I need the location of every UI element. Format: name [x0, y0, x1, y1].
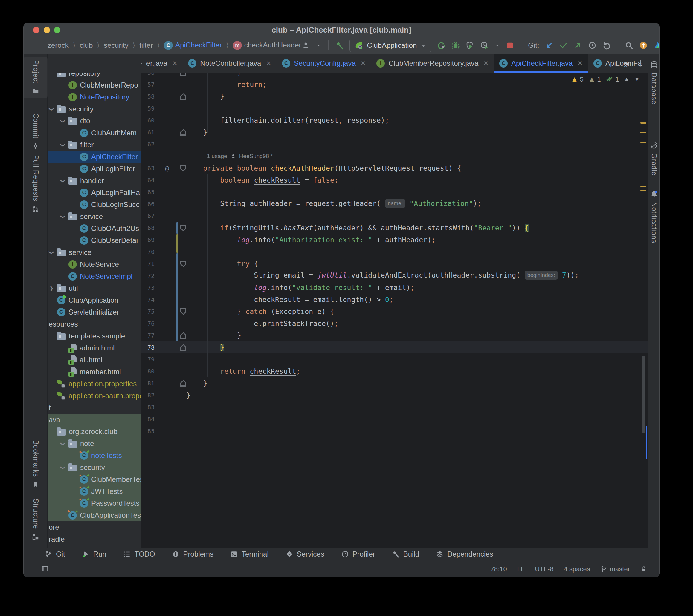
code-line-70[interactable]: 70@	[141, 246, 648, 258]
tree-chevron-icon[interactable]: ❯	[60, 119, 66, 123]
sidebar-item-pull-requests[interactable]: Pull Requests	[24, 155, 47, 213]
tree-item-util[interactable]: ❯util	[47, 282, 141, 294]
tree-item-noterepository[interactable]: INoteRepository	[47, 91, 141, 103]
fold-marker-icon[interactable]	[180, 308, 186, 315]
code-line-64[interactable]: 64@ boolean checkResult = false;	[141, 174, 648, 186]
line-number[interactable]: 62	[141, 141, 155, 148]
bottom-bar-item-run[interactable]: Run	[82, 550, 106, 558]
line-number[interactable]: 68	[141, 224, 155, 231]
code-line-63[interactable]: 63@ private boolean checkAuthHeader(Http…	[141, 162, 648, 174]
bottom-bar-item-dependencies[interactable]: Dependencies	[436, 550, 493, 558]
tree-item-application-properties[interactable]: application.properties	[47, 378, 141, 390]
tree-item-dto[interactable]: ❯dto	[47, 115, 141, 127]
line-number[interactable]: 78	[141, 344, 155, 351]
tab-clubmemberrepository-java[interactable]: IClubMemberRepository.java✕	[371, 54, 494, 73]
git-branch-widget[interactable]: master	[600, 565, 630, 573]
tree-item-filter[interactable]: ❯filter	[47, 139, 141, 151]
bottom-bar-item-problems[interactable]: Problems	[172, 550, 214, 558]
sidebar-item-database[interactable]: Database	[648, 61, 659, 104]
fold-marker-icon[interactable]	[180, 380, 186, 387]
bottom-bar-item-todo[interactable]: TODO	[123, 550, 155, 558]
bottom-bar-item-build[interactable]: Build	[392, 550, 419, 558]
tree-item-noteservice[interactable]: INoteService	[47, 259, 141, 270]
git-push-icon[interactable]	[573, 41, 582, 50]
line-number[interactable]: 85	[141, 428, 155, 435]
tree-item-radle[interactable]: radle	[47, 533, 141, 545]
bottom-bar-item-git[interactable]: Git	[44, 550, 65, 558]
tree-item-notetests[interactable]: CnoteTests	[47, 450, 141, 461]
tab-securityconfig-java[interactable]: CSecurityConfig.java✕	[277, 54, 371, 73]
tree-chevron-icon[interactable]: ❯	[60, 179, 66, 183]
line-number[interactable]: 60	[141, 117, 155, 124]
tree-item-noteserviceimpl[interactable]: CNoteServiceImpl	[47, 270, 141, 282]
fold-marker-icon[interactable]	[180, 261, 186, 267]
tree-item-apiloginfailha[interactable]: CApiLoginFailHa	[47, 187, 141, 199]
fold-marker-icon[interactable]	[180, 344, 186, 351]
tab-notecontroller-java[interactable]: CNoteController.java✕	[183, 54, 277, 73]
sidebar-item-project[interactable]: Project	[24, 57, 47, 98]
tab-close-icon[interactable]: ✕	[360, 60, 366, 67]
run-button[interactable]	[437, 41, 446, 50]
line-number[interactable]: 83	[141, 404, 155, 411]
indent-setting[interactable]: 4 spaces	[564, 565, 590, 573]
tab-er-java[interactable]: er.java✕	[141, 54, 183, 73]
tree-item-apiloginfilter[interactable]: CApiLoginFilter	[47, 163, 141, 175]
tab-options-icon[interactable]	[636, 59, 645, 68]
tree-chevron-icon[interactable]: ❯	[60, 466, 66, 470]
breadcrumb-item[interactable]: zerock	[47, 41, 69, 49]
tree-chevron-icon[interactable]: ❯	[60, 442, 66, 446]
line-number[interactable]: 66	[141, 201, 155, 208]
user-profile-icon[interactable]	[301, 41, 310, 50]
line-number[interactable]: 69	[141, 236, 155, 244]
fold-marker-icon[interactable]	[180, 225, 186, 231]
tree-item-clubapplication[interactable]: CClubApplication	[47, 294, 141, 306]
tree-item-passwordtests[interactable]: CPasswordTests	[47, 497, 141, 509]
sidebar-item-notifications[interactable]: Notifications	[648, 190, 659, 243]
tree-item-clubapplicationtests[interactable]: CClubApplicationTests	[47, 509, 141, 521]
breadcrumb-item[interactable]: mcheckAuthHeader	[233, 41, 301, 50]
code-line-77[interactable]: 77@ }	[141, 329, 648, 342]
line-number[interactable]: 58	[141, 93, 155, 100]
line-number[interactable]: 81	[141, 380, 155, 387]
profiler-caret-icon[interactable]	[494, 42, 500, 48]
tree-item-cluboauth2us[interactable]: CClubOAuth2Us	[47, 223, 141, 234]
line-number[interactable]: 70	[141, 248, 155, 255]
line-number[interactable]: 65	[141, 188, 155, 196]
line-number[interactable]: 57	[141, 81, 155, 88]
tree-item-apicheckfilter[interactable]: CApiCheckFilter	[47, 151, 141, 163]
debug-button[interactable]	[451, 41, 460, 50]
tree-item-clubmemberrepo[interactable]: IClubMemberRepo	[47, 79, 141, 91]
git-commit-icon[interactable]	[559, 41, 568, 50]
tree-chevron-icon[interactable]: ❯	[48, 250, 55, 254]
line-number[interactable]: 79	[141, 356, 155, 363]
code-line-68[interactable]: 68@ if(StringUtils.hasText(authHeader) &…	[141, 222, 648, 234]
line-number[interactable]: 84	[141, 415, 155, 423]
prev-problem-icon[interactable]: ▲	[623, 76, 629, 82]
tree-chevron-icon[interactable]: ❯	[60, 214, 66, 219]
tab-close-icon[interactable]: ✕	[266, 60, 271, 67]
tree-item-templates-sample[interactable]: templates.sample	[47, 330, 141, 342]
fold-marker-icon[interactable]	[180, 332, 186, 339]
ide-update-icon[interactable]	[639, 41, 648, 50]
code-line-84[interactable]: 84@	[141, 413, 648, 425]
build-project-icon[interactable]	[335, 41, 344, 50]
code-line-73[interactable]: 73@ log.info("validate result: " + email…	[141, 282, 648, 294]
user-dropdown-caret-icon[interactable]	[316, 42, 322, 48]
tree-chevron-icon[interactable]: ❯	[49, 285, 54, 292]
code-editor[interactable]: 56@ }57@ return;58@ }59@60@ filterChain.…	[141, 73, 648, 548]
breadcrumb-item[interactable]: club	[80, 41, 93, 49]
tree-chevron-icon[interactable]: ❯	[48, 107, 55, 111]
line-number[interactable]: 71	[141, 260, 155, 267]
tree-item-security[interactable]: ❯security	[47, 103, 141, 115]
code-line-80[interactable]: 80@ return checkResult;	[141, 365, 648, 377]
code-line-75[interactable]: 75@ } catch (Exception e) {	[141, 306, 648, 317]
tree-item-clubuserdetai[interactable]: CClubUserDetai	[47, 234, 141, 246]
fold-marker-icon[interactable]	[180, 93, 186, 100]
code-line-59[interactable]: 59@	[141, 102, 648, 115]
tab-close-icon[interactable]: ✕	[172, 60, 178, 67]
code-line-67[interactable]: 67@	[141, 210, 648, 222]
code-line-83[interactable]: 83@	[141, 401, 648, 413]
tree-item-ore[interactable]: ore	[47, 521, 141, 533]
line-number[interactable]: 73	[141, 284, 155, 291]
code-line-82[interactable]: 82@}	[141, 389, 648, 401]
